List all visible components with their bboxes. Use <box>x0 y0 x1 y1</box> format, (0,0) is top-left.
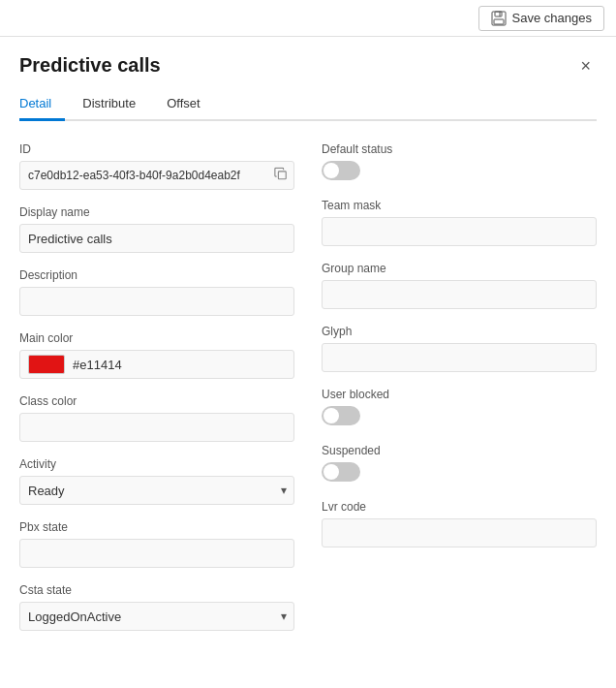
color-swatch <box>28 355 65 374</box>
id-field-group: ID c7e0db12-ea53-40f3-b40f-9a2b0d4eab2f <box>19 142 294 190</box>
form-grid: ID c7e0db12-ea53-40f3-b40f-9a2b0d4eab2f … <box>19 142 597 646</box>
user-blocked-label: User blocked <box>322 388 597 401</box>
class-color-label: Class color <box>19 394 294 408</box>
user-blocked-toggle-wrap <box>322 406 597 428</box>
svg-rect-4 <box>278 172 286 179</box>
pbx-state-input[interactable] <box>19 539 294 568</box>
csta-state-label: Csta state <box>19 583 294 597</box>
display-name-group: Display name <box>19 205 294 253</box>
pbx-state-label: Pbx state <box>19 520 294 534</box>
group-name-label: Group name <box>322 262 597 275</box>
svg-rect-1 <box>495 12 502 16</box>
lvr-code-group: Lvr code <box>322 500 597 547</box>
id-value: c7e0db12-ea53-40f3-b40f-9a2b0d4eab2f <box>28 169 240 182</box>
lvr-code-input[interactable] <box>322 518 597 547</box>
suspended-toggle[interactable] <box>322 462 360 482</box>
page-title: Predictive calls <box>19 54 161 77</box>
activity-label: Activity <box>19 457 294 471</box>
display-name-input[interactable] <box>19 224 294 253</box>
group-name-group: Group name <box>322 262 597 309</box>
panel-header: Predictive calls × <box>19 54 597 77</box>
suspended-group: Suspended <box>322 444 597 485</box>
right-column: Default status Team mask Group name Glyp… <box>322 142 597 646</box>
description-label: Description <box>19 268 294 282</box>
description-input[interactable] <box>19 287 294 316</box>
default-status-label: Default status <box>322 142 597 156</box>
copy-icon[interactable] <box>274 168 288 184</box>
tab-distribute[interactable]: Distribute <box>82 90 149 121</box>
user-blocked-group: User blocked <box>322 388 597 428</box>
save-button[interactable]: Save changes <box>478 6 604 31</box>
close-button[interactable]: × <box>574 55 597 77</box>
activity-select-wrap: Ready Busy Away Offline ▾ <box>19 476 294 505</box>
suspended-toggle-wrap <box>322 462 597 485</box>
color-field-wrap[interactable]: #e11414 <box>19 350 294 379</box>
default-status-toggle-wrap <box>322 161 597 183</box>
left-column: ID c7e0db12-ea53-40f3-b40f-9a2b0d4eab2f … <box>19 142 294 646</box>
id-label: ID <box>19 142 294 156</box>
color-hex-value: #e11414 <box>73 358 122 372</box>
pbx-state-group: Pbx state <box>19 520 294 568</box>
display-name-label: Display name <box>19 205 294 219</box>
group-name-input[interactable] <box>322 280 597 309</box>
lvr-code-label: Lvr code <box>322 500 597 514</box>
default-status-toggle[interactable] <box>322 161 360 180</box>
activity-select[interactable]: Ready Busy Away Offline <box>19 476 294 505</box>
csta-state-select-wrap: LoggedOnActive LoggedOnIdle LoggedOff ▾ <box>19 602 294 631</box>
tab-detail[interactable]: Detail <box>19 90 65 121</box>
description-group: Description <box>19 268 294 316</box>
main-color-label: Main color <box>19 331 294 345</box>
save-label: Save changes <box>512 11 592 25</box>
default-status-group: Default status <box>322 142 597 183</box>
user-blocked-toggle[interactable] <box>322 406 360 425</box>
csta-state-select[interactable]: LoggedOnActive LoggedOnIdle LoggedOff <box>19 602 294 631</box>
suspended-label: Suspended <box>322 444 597 457</box>
main-panel: Predictive calls × Detail Distribute Off… <box>0 37 616 688</box>
floppy-icon <box>491 11 507 26</box>
team-mask-group: Team mask <box>322 199 597 246</box>
class-color-group: Class color <box>19 394 294 442</box>
csta-state-group: Csta state LoggedOnActive LoggedOnIdle L… <box>19 583 294 631</box>
glyph-label: Glyph <box>322 325 597 338</box>
glyph-input[interactable] <box>322 343 597 372</box>
glyph-group: Glyph <box>322 325 597 372</box>
id-field-wrap: c7e0db12-ea53-40f3-b40f-9a2b0d4eab2f <box>19 161 294 190</box>
team-mask-label: Team mask <box>322 199 597 212</box>
tabs-container: Detail Distribute Offset <box>19 90 597 121</box>
tab-offset[interactable]: Offset <box>167 90 213 121</box>
top-bar: Save changes <box>0 0 616 37</box>
svg-rect-2 <box>494 19 504 24</box>
activity-group: Activity Ready Busy Away Offline ▾ <box>19 457 294 505</box>
team-mask-input[interactable] <box>322 217 597 246</box>
main-color-group: Main color #e11414 <box>19 331 294 379</box>
class-color-input[interactable] <box>19 413 294 442</box>
